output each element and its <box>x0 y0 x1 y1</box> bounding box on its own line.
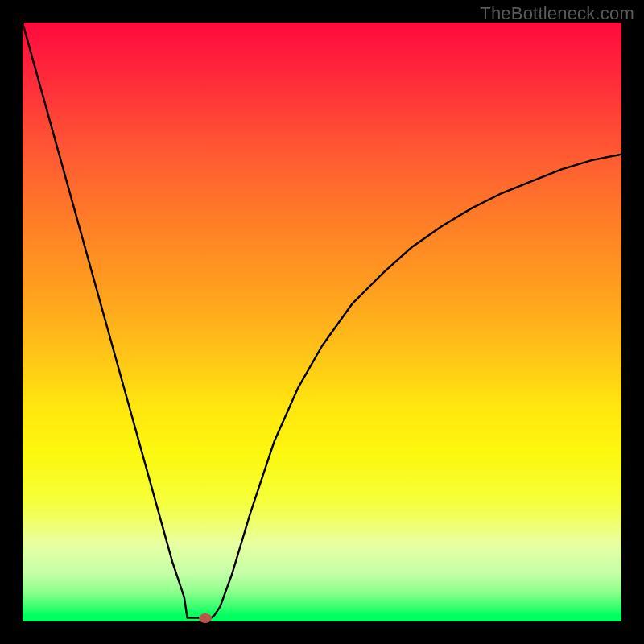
bottleneck-curve <box>23 23 621 618</box>
optimal-point-marker <box>199 613 212 623</box>
chart-frame: TheBottleneck.com <box>0 0 644 644</box>
watermark-text: TheBottleneck.com <box>480 3 634 24</box>
plot-area <box>23 23 621 621</box>
curve-svg <box>23 23 621 621</box>
